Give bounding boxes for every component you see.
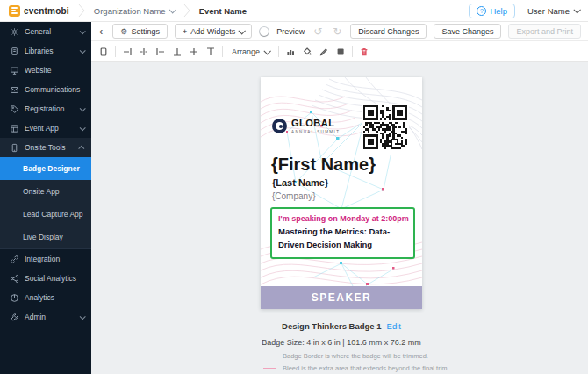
sidebar-item-admin[interactable]: Admin xyxy=(0,307,91,327)
chevron-down-icon xyxy=(80,313,86,320)
badge-legend: Badge Border is where the badge will be … xyxy=(263,352,449,374)
gear-icon: ⚙ xyxy=(120,27,127,36)
sidebar-item-live-display[interactable]: Live Display xyxy=(0,226,91,248)
eventmobi-logo[interactable]: eventmobi xyxy=(9,5,69,17)
toolbar-divider xyxy=(222,46,223,57)
sidebar-item-lead-capture-app[interactable]: Lead Capture App xyxy=(0,203,91,226)
sidebar-item-website[interactable]: Website xyxy=(0,61,91,80)
sidebar-item-general[interactable]: General xyxy=(0,22,91,41)
company-widget[interactable]: {Company} xyxy=(272,191,315,201)
preview-label: Preview xyxy=(276,27,305,36)
color-swatch-icon[interactable] xyxy=(335,47,346,57)
pie-chart-icon xyxy=(10,293,19,303)
align-center-horizontal-icon[interactable] xyxy=(139,47,149,57)
main-area: ‹ ⚙ Settings + Add Widgets Preview ↺ ↻ D… xyxy=(91,22,588,374)
toolbar-divider xyxy=(278,46,279,57)
breadcrumb-organization[interactable]: Organization Name xyxy=(94,6,175,16)
bar-chart-icon[interactable] xyxy=(285,47,296,57)
user-menu[interactable]: User Name xyxy=(527,6,579,16)
sidebar-item-analytics[interactable]: Analytics xyxy=(0,288,91,307)
sidebar-item-badge-designer[interactable]: Badge Designer xyxy=(0,157,91,180)
sidebar-item-social-analytics[interactable]: Social Analytics xyxy=(0,269,91,288)
align-middle-icon[interactable] xyxy=(189,47,199,57)
sidebar-item-communications[interactable]: Communications xyxy=(0,80,91,99)
session-title-text: Mastering the Metrics: Data-Driven Decis… xyxy=(278,226,408,251)
qr-code-svg xyxy=(363,105,407,149)
breadcrumb-event-name: Event Name xyxy=(199,6,247,16)
logo-title: GLOBAL xyxy=(291,119,340,128)
delete-icon[interactable] xyxy=(359,47,369,57)
sidebar-item-onsite-app[interactable]: Onsite App xyxy=(0,180,91,203)
chevron-down-icon xyxy=(80,105,86,111)
primary-toolbar: ‹ ⚙ Settings + Add Widgets Preview ↺ ↻ D… xyxy=(91,22,588,41)
library-icon xyxy=(10,47,19,56)
badge-orientation-icon[interactable] xyxy=(98,47,109,57)
chevron-up-icon xyxy=(78,145,84,151)
save-changes-button[interactable]: Save Changes xyxy=(434,24,501,39)
sidebar-group-onsite-tools: Onsite Tools Badge Designer Onsite App L… xyxy=(0,138,91,249)
settings-button[interactable]: ⚙ Settings xyxy=(112,24,168,39)
badge-size-label: Badge Size: 4 in x 6 in | 101.6 mm x 76.… xyxy=(232,338,451,347)
border-color-icon[interactable] xyxy=(319,47,329,57)
eventmobi-logo-icon xyxy=(9,5,20,17)
help-button[interactable]: ? Help xyxy=(469,4,515,18)
last-name-widget[interactable]: {Last Name} xyxy=(272,177,328,188)
breadcrumb-separator-icon xyxy=(78,4,85,18)
align-left-icon[interactable] xyxy=(155,47,166,57)
top-bar: eventmobi Organization Name Event Name ?… xyxy=(0,0,588,22)
design-canvas[interactable]: GLOBAL ANNUAL SUMMIT {First Name} {Last … xyxy=(91,62,588,374)
legend-item-trim: Badge Border is where the badge will be … xyxy=(263,352,449,360)
badge-name-label: Design Thinkers Badge 1 xyxy=(282,321,382,331)
qr-code-widget[interactable] xyxy=(362,104,409,155)
chevron-down-icon xyxy=(169,6,176,13)
wrench-icon xyxy=(10,313,19,322)
badge-preview[interactable]: GLOBAL ANNUAL SUMMIT {First Name} {Last … xyxy=(261,77,422,309)
sidebar-item-registration[interactable]: Registration xyxy=(0,99,91,119)
chevron-down-icon xyxy=(263,47,270,54)
edit-badge-link[interactable]: Edit xyxy=(387,321,401,331)
tag-icon xyxy=(10,104,19,114)
toolbar-divider xyxy=(352,46,353,57)
mail-icon xyxy=(10,85,19,95)
sidebar-item-onsite-tools[interactable]: Onsite Tools xyxy=(0,138,91,157)
fill-color-icon[interactable] xyxy=(302,47,312,57)
link-icon xyxy=(10,255,19,264)
event-logo-widget[interactable]: GLOBAL ANNUAL SUMMIT xyxy=(272,119,340,134)
back-button[interactable]: ‹ xyxy=(97,25,105,37)
export-and-print-button[interactable]: Export and Print xyxy=(508,24,581,39)
breadcrumb-separator-icon xyxy=(183,4,190,18)
phone-icon xyxy=(10,143,19,153)
preview-toggle[interactable] xyxy=(259,26,269,37)
sidebar-item-libraries[interactable]: Libraries xyxy=(0,41,91,61)
sidebar-item-integration[interactable]: Integration xyxy=(0,249,91,269)
app-window-icon xyxy=(10,124,19,133)
align-right-icon[interactable] xyxy=(122,47,133,57)
session-widget[interactable]: I'm speaking on Monday at 2:00pm Masteri… xyxy=(270,207,415,259)
chevron-down-icon xyxy=(573,6,580,13)
undo-icon[interactable]: ↺ xyxy=(312,26,324,37)
chevron-down-icon xyxy=(80,28,86,34)
sidebar: General Libraries Website Communications… xyxy=(0,22,91,374)
align-bottom-icon[interactable] xyxy=(172,47,183,57)
eventmobi-logo-text: eventmobi xyxy=(24,6,69,16)
plus-icon: + xyxy=(183,27,187,36)
trim-line-icon xyxy=(263,356,276,356)
sidebar-item-event-app[interactable]: Event App xyxy=(0,119,91,138)
chevron-down-icon xyxy=(80,47,86,54)
badge-designer-app: eventmobi Organization Name Event Name ?… xyxy=(0,0,588,374)
role-band-widget[interactable]: SPEAKER xyxy=(261,286,422,309)
monitor-icon xyxy=(10,66,19,76)
badge-info: Design Thinkers Badge 1Edit Badge Size: … xyxy=(232,317,451,347)
discard-changes-button[interactable]: Discard Changes xyxy=(350,24,427,39)
first-name-widget[interactable]: {First Name} xyxy=(271,155,376,175)
align-top-icon[interactable] xyxy=(205,47,216,57)
redo-icon[interactable]: ↻ xyxy=(331,26,343,37)
arrange-dropdown[interactable]: Arrange xyxy=(229,47,272,56)
chevron-down-icon xyxy=(239,27,246,34)
session-time-text: I'm speaking on Monday at 2:00pm xyxy=(278,214,408,223)
gear-icon xyxy=(10,27,19,37)
bleed-line-icon xyxy=(263,368,276,369)
add-widgets-button[interactable]: + Add Widgets xyxy=(175,24,252,39)
toolbar-divider xyxy=(115,46,116,57)
chevron-down-icon xyxy=(80,125,86,131)
